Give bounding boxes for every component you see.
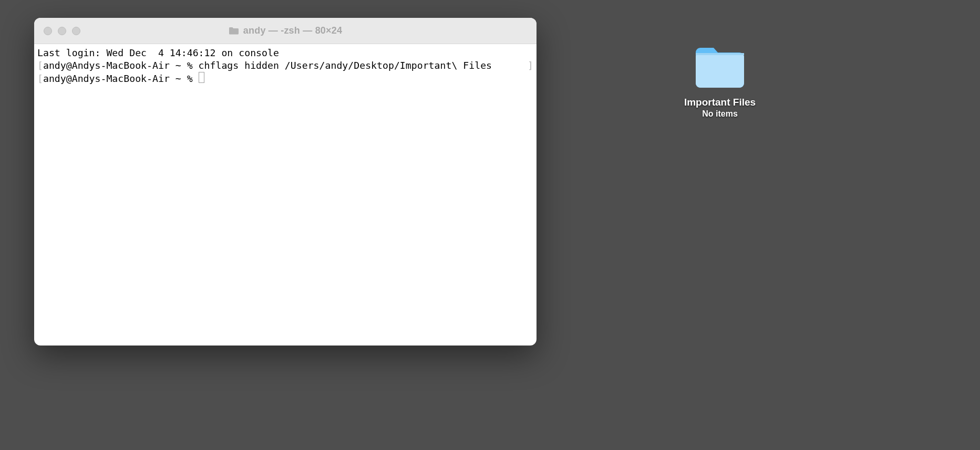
close-button[interactable] — [44, 27, 52, 35]
traffic-lights — [34, 27, 80, 35]
terminal-prompt-1: andy@Andys-MacBook-Air ~ % — [43, 60, 199, 71]
bracket-open: [ — [37, 73, 43, 84]
zoom-button[interactable] — [72, 27, 80, 35]
folder-name-label: Important Files — [684, 97, 756, 108]
terminal-line-last-login: Last login: Wed Dec 4 14:46:12 on consol… — [37, 47, 279, 58]
folder-item-count: No items — [702, 109, 738, 119]
minimize-button[interactable] — [58, 27, 66, 35]
terminal-window[interactable]: andy — -zsh — 80×24 Last login: Wed Dec … — [34, 18, 537, 346]
terminal-cursor — [199, 72, 204, 83]
terminal-prompt-2: andy@Andys-MacBook-Air ~ % — [43, 73, 199, 84]
bracket-close: ] — [528, 59, 533, 72]
window-title: andy — -zsh — 80×24 — [34, 25, 537, 36]
folder-icon — [229, 26, 239, 35]
terminal-command-1: chflags hidden /Users/andy/Desktop/Impor… — [199, 60, 498, 71]
desktop-folder-important-files[interactable]: Important Files No items — [678, 45, 762, 119]
folder-icon — [694, 45, 746, 90]
window-titlebar[interactable]: andy — -zsh — 80×24 — [34, 18, 537, 44]
window-title-text: andy — -zsh — 80×24 — [243, 25, 342, 36]
bracket-open: [ — [37, 60, 43, 71]
svg-rect-0 — [696, 53, 744, 55]
terminal-body[interactable]: Last login: Wed Dec 4 14:46:12 on consol… — [34, 44, 537, 346]
